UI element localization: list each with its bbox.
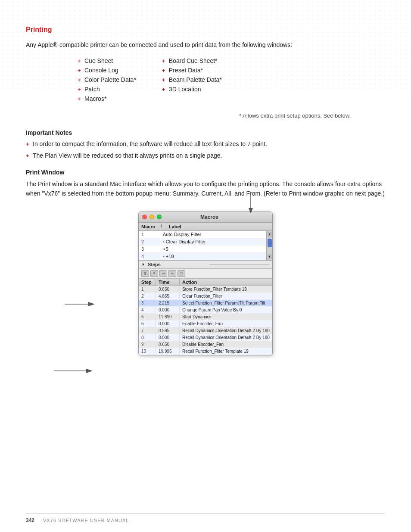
list-item: +Beam Palette Data* — [162, 76, 222, 83]
list-item: +3D Location — [162, 86, 222, 93]
action-col-header: Action — [180, 279, 272, 286]
list-item: +Preset Data* — [162, 67, 222, 74]
list-item: +Cue Sheet — [78, 57, 136, 64]
svg-marker-3 — [88, 302, 95, 306]
step-row: 9 0.650 Disable Encoder_Fan — [139, 341, 272, 348]
printable-windows-list: +Cue Sheet +Console Log +Color Palette D… — [78, 57, 385, 105]
steps-divider-line — [209, 264, 270, 264]
list-item: +Console Log — [78, 67, 136, 74]
list-column-1: +Cue Sheet +Console Log +Color Palette D… — [78, 57, 136, 105]
delete-step-button[interactable]: 🗑 — [141, 270, 149, 277]
step-row: 10 19.995 Recall Function_Filter Templat… — [139, 348, 272, 355]
sort-indicator: ↕ — [160, 223, 166, 230]
print-window-heading: Print Window — [26, 169, 385, 176]
list-item: +Board Cue Sheet* — [162, 57, 222, 64]
section-title: Printing — [26, 26, 385, 34]
minimize-button-icon[interactable] — [149, 215, 154, 219]
important-notes-list: + In order to compact the information, t… — [26, 140, 385, 160]
arrow-bottom-left-icon — [54, 367, 97, 375]
note-item: + The Plan View will be reduced so that … — [26, 151, 385, 160]
print-window-description: The Print window is a standard Mac inter… — [26, 179, 385, 199]
macro-row: 1 Auto Display Filter — [139, 231, 266, 238]
arrow-top-icon — [244, 194, 257, 216]
macro-row: 3 +5 — [139, 246, 266, 253]
screenshot-container: Macros Macro ↕ Label 1 Auto Display Filt… — [26, 212, 385, 355]
arrow-left-icon — [65, 300, 99, 308]
macros-window: Macros Macro ↕ Label 1 Auto Display Filt… — [138, 212, 273, 355]
macro-row: 2 •Clear Display Filter — [139, 238, 266, 246]
macro-row: 4 •+10 — [139, 253, 266, 260]
label-col-header: Label — [166, 223, 266, 230]
steps-rows: 1 0.650 Store Function_Filter Template 1… — [139, 286, 272, 355]
note-item: + In order to compact the information, t… — [26, 140, 385, 149]
list-column-2: +Board Cue Sheet* +Preset Data* +Beam Pa… — [162, 57, 222, 105]
step-row: 8 0.000 Recall Dynamics Orientation Defa… — [139, 334, 272, 341]
zoom-button-icon[interactable] — [157, 215, 162, 219]
macros-scrollbar[interactable]: ▲ ▼ — [266, 231, 272, 260]
svg-marker-5 — [86, 369, 93, 373]
close-button-icon[interactable] — [142, 215, 147, 219]
macro-col-header: Macro — [139, 223, 160, 230]
list-item: +Macros* — [78, 95, 136, 102]
steps-scrollbar[interactable]: ▲ ▼ — [272, 286, 273, 355]
list-item: +Patch — [78, 86, 136, 93]
macros-table-header: Macro ↕ Label — [139, 223, 272, 231]
list-item: +Color Palette Data* — [78, 76, 136, 83]
step-row: 7 0.595 Recall Dynamics Orientation Defa… — [139, 327, 272, 334]
steps-toolbar: 🗑 ≡ ⇥ ⇤ □ — [139, 269, 272, 279]
step-row: 6 0.000 Enable Encoder_Fan — [139, 320, 272, 327]
steps-header: ▼ Steps — [139, 261, 272, 269]
indent-right-button[interactable]: ⇥ — [159, 270, 167, 277]
asterisk-note: * Allows extra print setup options. See … — [26, 112, 385, 119]
important-notes-heading: Important Notes — [26, 129, 385, 136]
steps-label: Steps — [148, 262, 208, 267]
macros-rows: 1 Auto Display Filter 2 •Clear Display F… — [139, 231, 266, 260]
list-button[interactable]: ≡ — [150, 270, 158, 277]
page-number: 342 — [26, 517, 34, 523]
macros-rows-container: 1 Auto Display Filter 2 •Clear Display F… — [139, 231, 272, 260]
step-row: 5 11.890 Start Dynamics — [139, 314, 272, 320]
scroll-up-icon[interactable]: ▲ — [268, 232, 272, 237]
window-title: Macros — [164, 214, 255, 220]
step-row-highlighted: 3 2.215 Select Function_Filter Param:Til… — [139, 300, 272, 307]
manual-title: VX76 SOFTWARE USER MANUAL — [43, 518, 129, 523]
steps-section: ▼ Steps 🗑 ≡ ⇥ ⇤ □ Step Time Action — [139, 260, 272, 355]
step-row: 1 0.650 Store Function_Filter Template 1… — [139, 286, 272, 293]
doc-button[interactable]: □ — [177, 270, 185, 277]
step-row: 2 4.665 Clear Function_Filter — [139, 293, 272, 300]
svg-marker-1 — [249, 208, 253, 214]
intro-paragraph: Any Apple®-compatible printer can be con… — [26, 40, 385, 50]
scrollbar-placeholder — [266, 223, 272, 230]
indent-left-button[interactable]: ⇤ — [168, 270, 176, 277]
scroll-thumb[interactable] — [268, 239, 272, 247]
time-col-header: Time — [156, 279, 180, 286]
step-col-header: Step — [139, 279, 156, 286]
steps-scroll-container: 1 0.650 Store Function_Filter Template 1… — [139, 286, 272, 355]
step-row: 4 0.000 Change Param Pan Value By 0 — [139, 307, 272, 314]
scroll-down-icon[interactable]: ▼ — [268, 254, 272, 259]
steps-triangle-icon: ▼ — [141, 262, 145, 267]
steps-table-header: Step Time Action — [139, 279, 272, 286]
page-footer: 342 VX76 SOFTWARE USER MANUAL — [26, 513, 385, 523]
